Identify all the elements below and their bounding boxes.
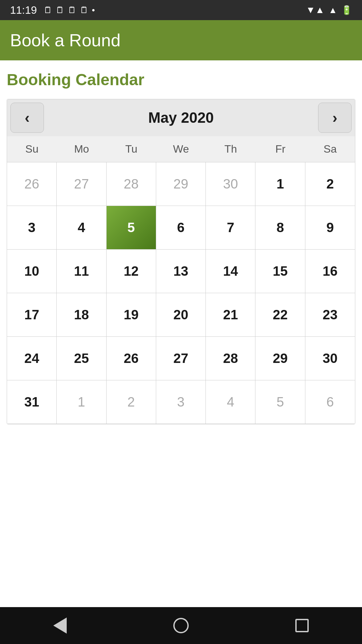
day-headers: Su Mo Tu We Th Fr Sa xyxy=(7,136,355,162)
calendar-day[interactable]: 1 xyxy=(255,162,305,206)
calendar-day[interactable]: 2 xyxy=(305,162,355,206)
battery-icon: 🔋 xyxy=(341,5,352,15)
signal-icon: ▲ xyxy=(328,5,337,15)
calendar-day[interactable]: 27 xyxy=(156,337,206,380)
calendar-day[interactable]: 17 xyxy=(7,293,57,337)
section-title: Booking Calendar xyxy=(7,70,355,89)
day-header-we: We xyxy=(156,136,206,162)
calendar-day[interactable]: 7 xyxy=(206,206,255,250)
booking-calendar: ‹ May 2020 › Su Mo Tu We Th Fr Sa 262728… xyxy=(7,99,355,424)
calendar-header: ‹ May 2020 › xyxy=(7,99,355,136)
calendar-day[interactable]: 3 xyxy=(7,206,57,250)
calendar-day[interactable]: 5 xyxy=(107,206,156,250)
calendar-day[interactable]: 6 xyxy=(156,206,206,250)
status-bar: 11:19 🗒 🗒 🗒 🗒 • ▼▲ ▲ 🔋 xyxy=(0,0,362,20)
calendar-day[interactable]: 12 xyxy=(107,250,156,293)
recents-icon xyxy=(295,619,309,632)
calendar-day[interactable]: 5 xyxy=(255,380,305,424)
calendar-day[interactable]: 2 xyxy=(107,380,156,424)
calendar-day[interactable]: 15 xyxy=(255,250,305,293)
calendar-day[interactable]: 20 xyxy=(156,293,206,337)
dot-icon: • xyxy=(92,5,95,15)
calendar-day[interactable]: 26 xyxy=(107,337,156,380)
home-icon xyxy=(173,618,189,633)
app-bar-title: Book a Round xyxy=(10,30,121,50)
recents-button[interactable] xyxy=(295,619,309,632)
status-time: 11:19 xyxy=(10,4,37,16)
notification-icon-4: 🗒 xyxy=(80,5,88,15)
prev-month-button[interactable]: ‹ xyxy=(10,103,44,133)
calendar-day[interactable]: 31 xyxy=(7,380,57,424)
wifi-icon: ▼▲ xyxy=(306,5,324,15)
month-year-label: May 2020 xyxy=(148,109,214,126)
calendar-day[interactable]: 21 xyxy=(206,293,255,337)
calendar-day[interactable]: 19 xyxy=(107,293,156,337)
calendar-grid: 2627282930123456789101112131415161718192… xyxy=(7,162,355,424)
calendar-day[interactable]: 30 xyxy=(206,162,255,206)
calendar-day[interactable]: 29 xyxy=(156,162,206,206)
app-bar: Book a Round xyxy=(0,20,362,60)
bottom-nav xyxy=(0,607,362,644)
calendar-day[interactable]: 18 xyxy=(57,293,106,337)
day-header-su: Su xyxy=(7,136,57,162)
home-button[interactable] xyxy=(173,618,189,633)
calendar-day[interactable]: 30 xyxy=(305,337,355,380)
calendar-day[interactable]: 26 xyxy=(7,162,57,206)
calendar-day[interactable]: 14 xyxy=(206,250,255,293)
calendar-day[interactable]: 28 xyxy=(206,337,255,380)
next-month-button[interactable]: › xyxy=(318,103,352,133)
notification-icon-3: 🗒 xyxy=(68,5,76,15)
back-button[interactable] xyxy=(53,618,67,634)
notification-icons: 🗒 🗒 🗒 🗒 • xyxy=(44,5,95,15)
calendar-day[interactable]: 23 xyxy=(305,293,355,337)
calendar-day[interactable]: 27 xyxy=(57,162,106,206)
calendar-day[interactable]: 24 xyxy=(7,337,57,380)
notification-icon-1: 🗒 xyxy=(44,5,52,15)
calendar-day[interactable]: 1 xyxy=(57,380,106,424)
calendar-day[interactable]: 13 xyxy=(156,250,206,293)
calendar-day[interactable]: 9 xyxy=(305,206,355,250)
calendar-day[interactable]: 28 xyxy=(107,162,156,206)
day-header-tu: Tu xyxy=(107,136,156,162)
calendar-day[interactable]: 25 xyxy=(57,337,106,380)
calendar-day[interactable]: 29 xyxy=(255,337,305,380)
main-content: Booking Calendar ‹ May 2020 › Su Mo Tu W… xyxy=(0,60,362,434)
calendar-day[interactable]: 16 xyxy=(305,250,355,293)
day-header-th: Th xyxy=(206,136,255,162)
day-header-fr: Fr xyxy=(255,136,305,162)
back-icon xyxy=(53,618,67,634)
calendar-day[interactable]: 4 xyxy=(57,206,106,250)
system-icons: ▼▲ ▲ 🔋 xyxy=(306,5,352,15)
calendar-day[interactable]: 11 xyxy=(57,250,106,293)
calendar-day[interactable]: 6 xyxy=(305,380,355,424)
calendar-day[interactable]: 10 xyxy=(7,250,57,293)
day-header-mo: Mo xyxy=(57,136,106,162)
calendar-day[interactable]: 4 xyxy=(206,380,255,424)
calendar-day[interactable]: 8 xyxy=(255,206,305,250)
day-header-sa: Sa xyxy=(305,136,355,162)
calendar-day[interactable]: 3 xyxy=(156,380,206,424)
calendar-day[interactable]: 22 xyxy=(255,293,305,337)
notification-icon-2: 🗒 xyxy=(56,5,64,15)
